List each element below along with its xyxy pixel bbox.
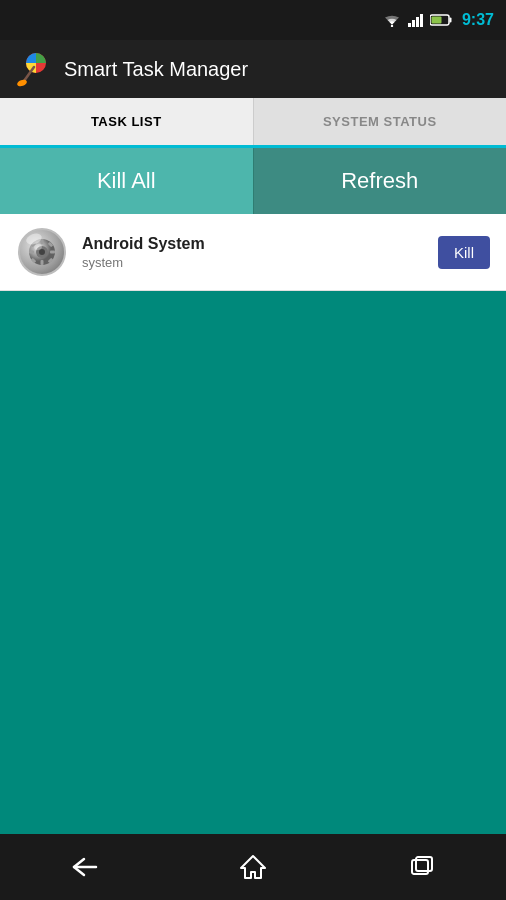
task-name: Android System (82, 235, 438, 253)
app-title: Smart Task Manager (64, 58, 248, 81)
nav-recents-button[interactable] (392, 847, 452, 887)
app-bar: Smart Task Manager (0, 40, 506, 98)
svg-rect-15 (41, 260, 44, 265)
action-buttons-row: Kill All Refresh (0, 148, 506, 214)
system-gear-icon (27, 237, 57, 267)
svg-rect-16 (29, 251, 34, 254)
svg-rect-1 (408, 23, 411, 27)
back-icon (70, 855, 98, 879)
table-row: Android System system Kill (0, 214, 506, 291)
svg-rect-4 (420, 14, 423, 27)
task-icon-wrapper (16, 226, 68, 278)
tab-task-list[interactable]: TASK LIST (0, 98, 253, 148)
svg-rect-17 (50, 251, 55, 254)
task-package: system (82, 255, 438, 270)
svg-point-0 (391, 25, 393, 27)
status-icons: 9:37 (382, 11, 494, 29)
svg-point-13 (39, 249, 45, 255)
android-system-icon (18, 228, 66, 276)
nav-bar (0, 834, 506, 900)
signal-icon (408, 13, 424, 27)
refresh-button[interactable]: Refresh (254, 148, 507, 214)
nav-home-button[interactable] (223, 847, 283, 887)
home-icon (239, 854, 267, 880)
svg-rect-2 (412, 20, 415, 27)
nav-back-button[interactable] (54, 847, 114, 887)
empty-area (0, 291, 506, 839)
svg-marker-24 (241, 856, 265, 878)
kill-all-button[interactable]: Kill All (0, 148, 253, 214)
task-list: Android System system Kill (0, 214, 506, 291)
time-display: 9:37 (462, 11, 494, 29)
kill-button[interactable]: Kill (438, 236, 490, 269)
recents-icon (410, 855, 434, 879)
svg-rect-7 (431, 17, 441, 24)
tab-bar: TASK LIST SYSTEM STATUS (0, 98, 506, 148)
task-info: Android System system (82, 235, 438, 270)
status-bar: 9:37 (0, 0, 506, 40)
svg-rect-3 (416, 17, 419, 27)
app-logo-icon (16, 51, 52, 87)
svg-rect-6 (449, 18, 451, 23)
battery-icon (430, 13, 452, 27)
tab-system-status[interactable]: SYSTEM STATUS (254, 98, 507, 145)
wifi-icon (382, 13, 402, 27)
svg-rect-14 (41, 239, 44, 244)
